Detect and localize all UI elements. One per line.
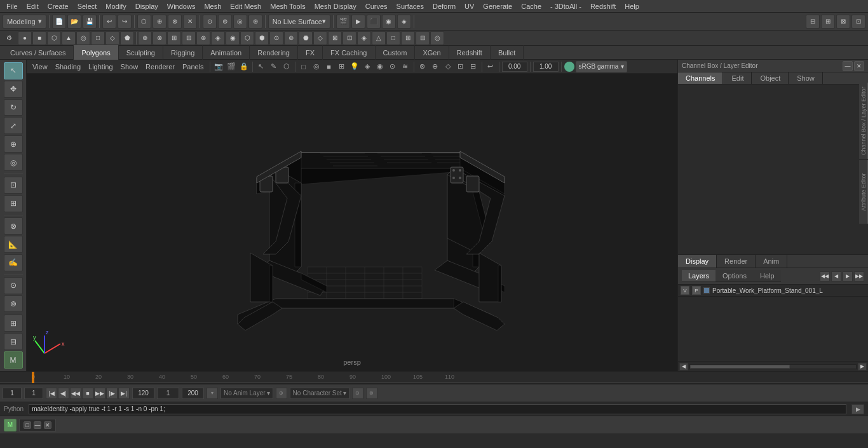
layout4-button[interactable]: ⊡ (851, 15, 865, 29)
go-to-end-button[interactable]: ▶| (118, 388, 130, 399)
snap1-button[interactable]: ⊙ (203, 15, 217, 29)
menu-create[interactable]: Create (44, 0, 72, 13)
tab-xgen[interactable]: XGen (415, 45, 449, 60)
anim-end-input[interactable] (182, 388, 204, 399)
paint-tool-button[interactable]: ⊗ (168, 15, 182, 29)
options-tab[interactable]: Options (716, 270, 753, 282)
shape-platonic-button[interactable]: ⬟ (120, 31, 134, 45)
maya-logo-button[interactable]: M (4, 351, 23, 369)
lasso-tool-button[interactable]: ⊕ (153, 15, 166, 29)
help-tab[interactable]: Help (754, 270, 781, 282)
menu-uv[interactable]: UV (461, 0, 478, 13)
shape-plane-button[interactable]: □ (91, 31, 105, 45)
gamma-dropdown[interactable]: sRGB gamma ▾ (576, 61, 628, 72)
tool-conform-button[interactable]: ⊞ (401, 31, 415, 45)
ipr-button[interactable]: ◉ (382, 15, 396, 29)
scale-tool-side-button[interactable]: ⤢ (4, 117, 23, 134)
vp-light-button[interactable]: 💡 (349, 61, 360, 72)
universal-tool-button[interactable]: ⊕ (4, 135, 23, 153)
current-frame-right-input[interactable] (157, 388, 179, 399)
transform-scale-input[interactable] (533, 62, 559, 72)
timeline-ruler[interactable]: 0 10 20 30 40 50 60 70 75 80 90 100 105 … (0, 371, 868, 384)
layout3-button[interactable]: ⊠ (836, 15, 850, 29)
step-back-button[interactable]: ◀| (58, 388, 69, 399)
render2-button[interactable]: ⬛ (367, 15, 381, 29)
go-to-start-button[interactable]: |◀ (46, 388, 57, 399)
shape-cylinder-button[interactable]: ⬡ (47, 31, 61, 45)
tool-separate-button[interactable]: ◈ (357, 31, 371, 45)
grid-button[interactable]: ⊞ (4, 315, 23, 332)
snap3-button[interactable]: ◎ (233, 15, 247, 29)
vp-isolate-button[interactable]: ⊗ (417, 61, 428, 72)
char-set-icon2[interactable]: ⊚ (366, 388, 377, 399)
layers-tab[interactable]: Layers (682, 270, 715, 282)
tool-target-button[interactable]: ⬡ (240, 31, 254, 45)
redo-button[interactable]: ↪ (118, 15, 132, 29)
tab-sculpting[interactable]: Sculpting (119, 45, 163, 60)
undo-button[interactable]: ↩ (102, 15, 116, 29)
range-start-input[interactable] (24, 388, 43, 399)
no-live-surface-label[interactable]: No Live Surface ▾ (268, 15, 330, 29)
vp-menu-lighting[interactable]: Lighting (85, 60, 116, 73)
annotation-button[interactable]: ✍ (4, 254, 23, 271)
scroll-right-button[interactable]: ▶ (858, 363, 867, 370)
vp-smooth-button[interactable]: ◎ (311, 61, 322, 72)
new-file-button[interactable]: 📄 (52, 15, 66, 29)
tab-curves-surfaces[interactable]: Curves / Surfaces (3, 45, 74, 60)
channel-box-edge-tab[interactable]: Channel Box / Layer Editor (859, 83, 868, 159)
menu-deform[interactable]: Deform (429, 0, 459, 13)
layers-scroll[interactable]: V P Portable_Work_Platform_Stand_001_L (678, 285, 868, 361)
tool-extrude-button[interactable]: ⊕ (138, 31, 152, 45)
attribute-editor-edge-tab[interactable]: Attribute Editor (859, 160, 868, 224)
play-forward-button[interactable]: ▶▶ (94, 388, 105, 399)
tool-detach-button[interactable]: ⬣ (299, 31, 313, 45)
win-close-button[interactable]: □ (24, 421, 31, 429)
vp-aa-button[interactable]: ⊙ (387, 61, 398, 72)
snap2-button[interactable]: ⊚ (218, 15, 232, 29)
tab-animation[interactable]: Animation (203, 45, 250, 60)
shape-torus-button[interactable]: ◎ (76, 31, 90, 45)
tool-boolean-button[interactable]: ⊛ (196, 31, 210, 45)
menu-3dtoall[interactable]: - 3DtoAll - (546, 0, 585, 13)
vp-wireframe-button[interactable]: □ (298, 61, 309, 72)
tool-connect-button[interactable]: ⊚ (284, 31, 298, 45)
menu-curves[interactable]: Curves (362, 0, 391, 13)
right-panel-scrollbar[interactable]: ◀ ▶ (678, 361, 868, 371)
vp-color-icon[interactable] (564, 62, 574, 72)
vp-highlight-icon[interactable]: ⬡ (281, 61, 292, 72)
render-button[interactable]: ▶ (351, 15, 365, 29)
layer-add-first-button[interactable]: ◀◀ (820, 271, 830, 282)
vp-menu-show[interactable]: Show (118, 60, 142, 73)
snap-button[interactable]: ✕ (183, 15, 197, 29)
shape-disk-button[interactable]: ◇ (105, 31, 119, 45)
layer-last-button[interactable]: ▶▶ (854, 271, 864, 282)
vp-menu-shading[interactable]: Shading (52, 60, 84, 73)
play-back-button[interactable]: ◀◀ (70, 388, 81, 399)
menu-modify[interactable]: Modify (102, 0, 130, 13)
vp-flat-button[interactable]: ■ (323, 61, 335, 72)
vp-lock-icon[interactable]: 🔒 (238, 61, 250, 72)
shape-sphere-button[interactable]: ● (18, 31, 32, 45)
menu-mesh[interactable]: Mesh (200, 0, 225, 13)
paint-select-button[interactable]: ⊞ (4, 195, 23, 212)
menu-display[interactable]: Display (132, 0, 162, 13)
measure-button[interactable]: 📐 (4, 236, 23, 253)
stop-button[interactable]: ■ (82, 388, 93, 399)
shape-cube-button[interactable]: ■ (32, 31, 46, 45)
tool-quadrangulate-button[interactable]: □ (386, 31, 400, 45)
save-file-button[interactable]: 💾 (83, 15, 97, 29)
vp-grid-button[interactable]: ⊡ (455, 61, 466, 72)
menu-surfaces[interactable]: Surfaces (393, 0, 428, 13)
tool-offset-button[interactable]: ⊙ (269, 31, 283, 45)
range-end-input[interactable] (132, 388, 154, 399)
open-file-button[interactable]: 📂 (67, 15, 81, 29)
menu-file[interactable]: File (3, 0, 22, 13)
show-manipulator-button[interactable]: ⊙ (4, 277, 23, 294)
tool-fill-button[interactable]: ⊟ (182, 31, 196, 45)
tab-fx[interactable]: FX (298, 45, 323, 60)
menu-mesh-tools[interactable]: Mesh Tools (266, 0, 309, 13)
dra-tab-anim[interactable]: Anim (756, 255, 787, 268)
snap-to-grid-button[interactable]: ⊗ (4, 217, 23, 234)
step-forward-button[interactable]: |▶ (106, 388, 118, 399)
menu-windows[interactable]: Windows (163, 0, 200, 13)
